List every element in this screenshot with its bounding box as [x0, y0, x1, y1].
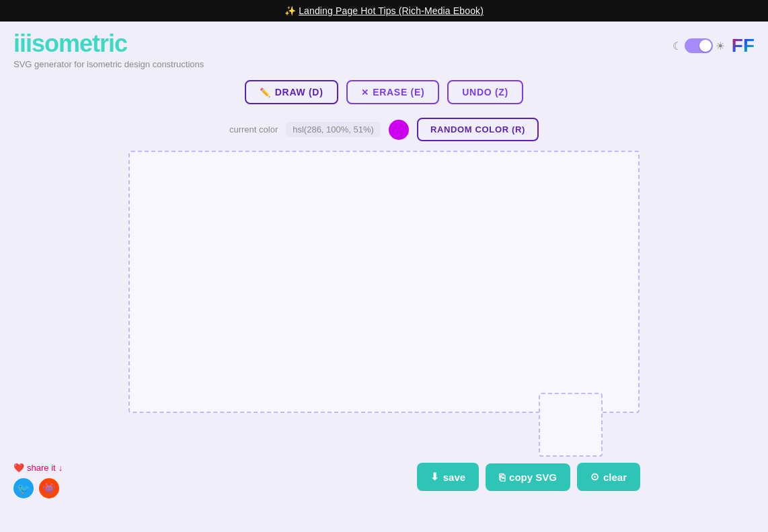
top-banner: ✨ Landing Page Hot Tips (Rich-Media Eboo…: [0, 0, 768, 22]
moon-icon: ☾: [673, 40, 682, 52]
logo-area: iiisometric SVG generator for isometric …: [13, 30, 204, 69]
color-value: hsl(286, 100%, 51%): [286, 122, 381, 137]
social-icons: 🐦 👾: [13, 478, 63, 498]
heart-icon: ❤️: [13, 463, 24, 473]
clear-button[interactable]: ⊙ clear: [577, 463, 640, 491]
color-label: current color: [229, 124, 278, 135]
logo-subtitle: SVG generator for isometric design const…: [13, 59, 204, 69]
brand-logo: FF: [732, 35, 755, 56]
copy-svg-button[interactable]: ⎘ copy SVG: [486, 463, 570, 491]
save-button[interactable]: ⬇ save: [417, 463, 479, 491]
undo-button[interactable]: UNDO (Z): [447, 80, 523, 104]
twitter-button[interactable]: 🐦: [13, 478, 34, 498]
undo-label: UNDO (Z): [462, 87, 508, 98]
toolbar: DRAW (D) ERASE (E) UNDO (Z): [0, 73, 768, 114]
sun-icon: ☀: [716, 40, 725, 52]
header: iiisometric SVG generator for isometric …: [0, 22, 768, 73]
theme-toggle[interactable]: ☾ ☀: [673, 38, 725, 53]
color-row: current color hsl(286, 100%, 51%) RANDOM…: [0, 114, 768, 151]
reddit-button[interactable]: 👾: [39, 478, 59, 498]
pencil-icon: [260, 87, 271, 98]
clear-icon: ⊙: [590, 471, 599, 483]
mini-canvas: [539, 393, 603, 457]
erase-label: ERASE (E): [373, 87, 424, 98]
logo: iiisometric: [13, 30, 204, 58]
color-swatch[interactable]: [389, 120, 409, 140]
erase-icon: [361, 87, 369, 98]
canvas-area[interactable]: [128, 151, 640, 413]
draw-button[interactable]: DRAW (D): [245, 80, 338, 104]
header-right: ☾ ☀ FF: [673, 35, 755, 56]
clear-label: clear: [603, 471, 627, 483]
share-area: ❤️ share it ↓ 🐦 👾: [13, 463, 63, 498]
draw-label: DRAW (D): [275, 87, 323, 98]
banner-link[interactable]: Landing Page Hot Tips (Rich-Media Ebook): [299, 5, 484, 16]
banner-icon: ✨: [284, 5, 296, 16]
random-color-button[interactable]: RANDOM COLOR (R): [417, 118, 539, 141]
copy-icon: ⎘: [499, 471, 505, 483]
bottom-bar: ⬇ save ⎘ copy SVG ⊙ clear: [0, 453, 768, 500]
copy-svg-label: copy SVG: [509, 471, 557, 483]
download-icon: ⬇: [430, 471, 439, 483]
erase-button[interactable]: ERASE (E): [346, 80, 440, 104]
toggle-knob: [699, 40, 712, 52]
canvas-wrapper: [128, 151, 640, 413]
save-label: save: [443, 471, 465, 483]
toggle-switch[interactable]: [685, 38, 713, 53]
share-label: ❤️ share it ↓: [13, 463, 63, 473]
